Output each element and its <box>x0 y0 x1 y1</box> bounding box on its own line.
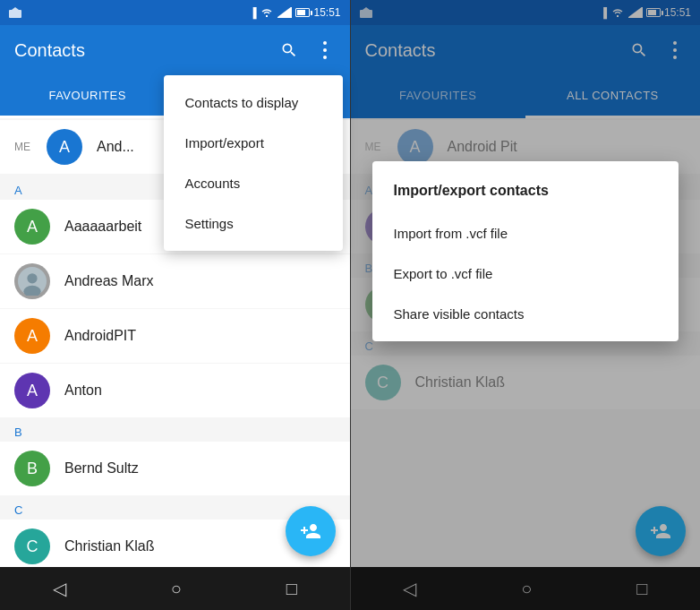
me-name: And... <box>97 139 134 155</box>
left-panel: ▐ 15:51 Contacts <box>0 0 350 610</box>
svg-point-9 <box>27 273 37 283</box>
name-anton-left: Anton <box>64 382 102 399</box>
dialog-import-vcf[interactable]: Import from .vcf file <box>372 213 679 253</box>
name-androidpit: AndroidPIT <box>64 328 136 344</box>
menu-accounts[interactable]: Accounts <box>164 163 343 203</box>
svg-marker-1 <box>12 7 19 10</box>
menu-import-export[interactable]: Import/export <box>164 123 343 163</box>
home-button-left[interactable]: ○ <box>171 579 182 599</box>
menu-settings[interactable]: Settings <box>164 203 343 244</box>
left-status-bar: ▐ 15:51 <box>0 0 350 25</box>
name-christian-left: Christian Klaß <box>64 538 154 554</box>
left-dropdown-menu: Contacts to display Import/export Accoun… <box>164 75 343 251</box>
menu-contacts-to-display[interactable]: Contacts to display <box>164 82 343 123</box>
contact-andreas-marx[interactable]: Andreas Marx <box>0 254 350 308</box>
dialog-export-vcf[interactable]: Export to .vcf file <box>372 253 679 294</box>
me-avatar: A <box>47 129 82 165</box>
right-panel: ▐ 15:51 Contacts <box>351 0 701 610</box>
back-button-left[interactable]: ◁ <box>53 578 66 599</box>
svg-point-5 <box>323 41 327 45</box>
avatar-christian-left: C <box>14 528 50 564</box>
left-time: 15:51 <box>313 6 340 19</box>
notification-icon <box>9 7 23 18</box>
left-status-right: ▐ 15:51 <box>250 6 341 19</box>
dialog-title: Import/export contacts <box>372 176 679 213</box>
dialog-share-contacts[interactable]: Share visible contacts <box>372 294 679 334</box>
avatar-aaaaaarbeit: A <box>14 209 50 245</box>
avatar-andreas-marx <box>14 263 50 299</box>
left-battery-icon <box>295 8 310 17</box>
avatar-androidpit: A <box>14 318 50 354</box>
left-app-icons <box>278 39 336 61</box>
tab-favourites-left[interactable]: FAVOURITES <box>0 75 175 118</box>
left-app-bar: Contacts <box>0 25 350 75</box>
import-export-dialog: Import/export contacts Import from .vcf … <box>372 161 679 341</box>
svg-point-6 <box>323 48 327 52</box>
left-sim-icon: ▐ <box>250 7 257 18</box>
left-wifi-icon <box>260 7 274 18</box>
svg-point-7 <box>323 56 327 59</box>
add-contact-fab-left[interactable] <box>286 506 336 556</box>
section-b-header-left: B <box>0 418 350 442</box>
left-app-title: Contacts <box>14 40 278 61</box>
me-label: ME <box>14 141 43 153</box>
more-options-button[interactable] <box>314 39 336 61</box>
name-aaaaaarbeit: Aaaaaarbeit <box>64 219 141 235</box>
andreas-photo <box>18 267 47 296</box>
avatar-anton-left: A <box>14 373 50 408</box>
contact-bernd-left[interactable]: B Bernd Sultz <box>0 442 350 495</box>
name-bernd-left: Bernd Sultz <box>64 460 139 477</box>
svg-rect-0 <box>9 10 21 18</box>
name-andreas-marx: Andreas Marx <box>64 273 154 289</box>
dialog-overlay[interactable]: Import/export contacts Import from .vcf … <box>351 0 701 610</box>
left-signal-icon <box>277 7 292 18</box>
contact-androidpit[interactable]: A AndroidPIT <box>0 309 350 363</box>
avatar-bernd-left: B <box>14 451 50 486</box>
contact-anton-left[interactable]: A Anton <box>0 364 350 417</box>
left-nav-bar: ◁ ○ □ <box>0 567 350 610</box>
recent-button-left[interactable]: □ <box>286 579 297 599</box>
search-button[interactable] <box>278 39 300 61</box>
left-status-left <box>9 7 23 18</box>
